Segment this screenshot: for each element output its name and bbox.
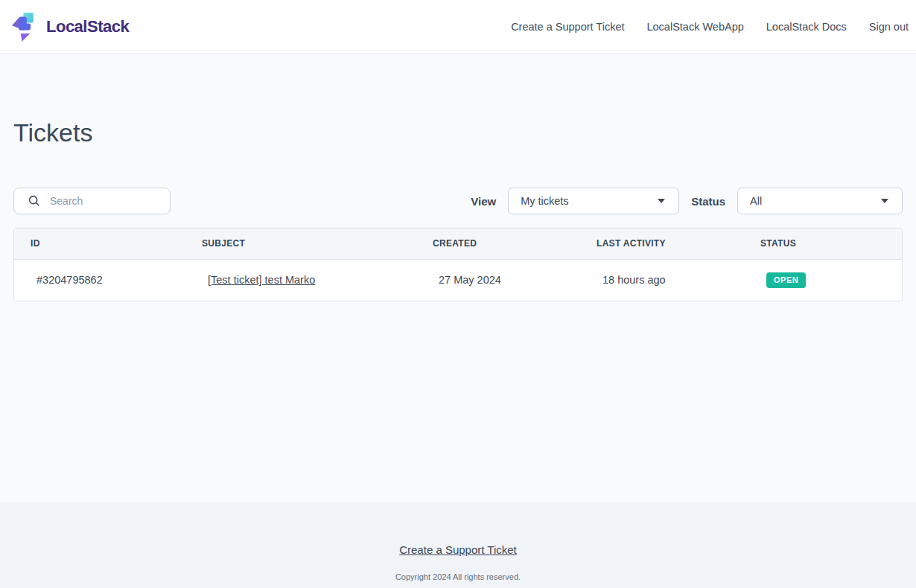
app-header: LocalStack Create a Support Ticket Local…: [0, 0, 916, 54]
status-badge: OPEN: [766, 272, 806, 288]
view-select-value: My tickets: [521, 195, 568, 207]
nav-localstack-webapp[interactable]: LocalStack WebApp: [646, 21, 743, 33]
main-content: Tickets View My tickets Status All: [0, 54, 916, 502]
ticket-last-activity-cell: 18 hours ago: [580, 259, 744, 301]
column-header-subject: SUBJECT: [185, 229, 416, 259]
column-header-created: CREATED: [416, 229, 580, 259]
column-header-last-activity: LAST ACTIVITY: [580, 229, 744, 259]
search-icon: [28, 194, 41, 208]
view-select[interactable]: My tickets: [508, 188, 679, 214]
column-header-id: ID: [14, 229, 185, 259]
nav-create-support-ticket[interactable]: Create a Support Ticket: [511, 21, 624, 33]
ticket-subject-link[interactable]: [Test ticket] test Marko: [208, 274, 315, 286]
ticket-id-cell: #3204795862: [14, 259, 185, 301]
footer-create-support-ticket-link[interactable]: Create a Support Ticket: [399, 543, 517, 556]
status-select-value: All: [750, 195, 762, 207]
localstack-logo-icon: [12, 11, 39, 42]
copyright-text: Copyright 2024 All rights reserved.: [395, 572, 521, 581]
tickets-table: ID SUBJECT CREATED LAST ACTIVITY STATUS …: [13, 228, 903, 301]
brand-logo[interactable]: LocalStack: [12, 11, 129, 42]
status-select[interactable]: All: [737, 188, 903, 214]
ticket-created-cell: 27 May 2024: [416, 259, 580, 301]
top-nav: Create a Support Ticket LocalStack WebAp…: [511, 21, 909, 33]
ticket-subject-cell: [Test ticket] test Marko: [185, 259, 416, 301]
ticket-status-cell: OPEN: [744, 259, 902, 301]
brand-name: LocalStack: [46, 17, 129, 36]
search-input[interactable]: [50, 195, 161, 207]
caret-down-icon: [658, 199, 665, 203]
caret-down-icon: [881, 199, 888, 203]
app-footer: Create a Support Ticket Copyright 2024 A…: [0, 502, 916, 588]
filters: View My tickets Status All: [471, 188, 903, 214]
table-header-row: ID SUBJECT CREATED LAST ACTIVITY STATUS: [14, 229, 902, 259]
controls-row: View My tickets Status All: [13, 188, 903, 214]
search-box[interactable]: [13, 188, 171, 214]
page-title: Tickets: [13, 54, 903, 147]
nav-localstack-docs[interactable]: LocalStack Docs: [766, 21, 847, 33]
status-filter-label: Status: [691, 195, 725, 208]
nav-sign-out[interactable]: Sign out: [869, 21, 909, 33]
view-filter-label: View: [471, 195, 496, 208]
table-row: #3204795862 [Test ticket] test Marko 27 …: [14, 259, 902, 301]
column-header-status: STATUS: [744, 229, 902, 259]
